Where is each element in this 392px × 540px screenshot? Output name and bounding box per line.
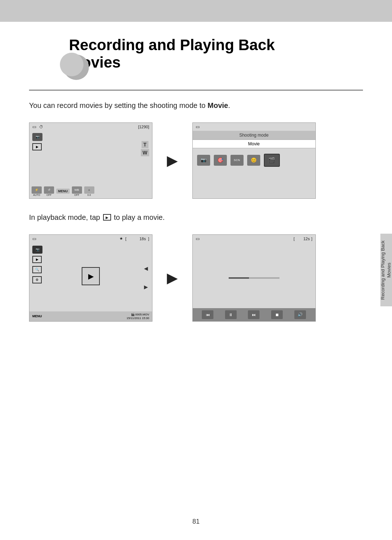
arrow1: ► [163, 150, 181, 171]
stop-button[interactable]: ⏹ [271, 310, 283, 319]
battery-icon2: ▭ [196, 124, 200, 129]
mode-scene-icon[interactable]: SCN [230, 155, 244, 166]
movie-selected-label: Movie [193, 140, 315, 148]
bracket-right: ] [148, 237, 149, 241]
volume-button[interactable]: 🔊 [294, 310, 306, 319]
divider [29, 90, 363, 90]
auto-icon: ⚡ AUTO [32, 186, 42, 196]
playback-mode-icon: ▶ [32, 143, 42, 150]
playback-inline-icon: ▶ [103, 214, 111, 221]
screen3-bottom: MENU 🎬 0005.MOV 15/11/2011 15:30 [29, 311, 152, 321]
playback-paragraph: In playback mode, tap ▶ to play a movie. [29, 213, 363, 222]
top-screens-row: ▭ ⏱ [1290] 📷 ▶ T W ⚡ AUTO [29, 122, 363, 199]
menu-label3: MENU [32, 314, 42, 318]
battery-icon4: ▭ [196, 236, 200, 241]
camera-mode-icon: 📷 [32, 133, 42, 141]
bracket-left: [ [125, 237, 126, 241]
side-tab-text: Recording and Playing Back Movies [380, 234, 392, 306]
screen1-bottom: ⚡ AUTO ↺ OFF MENU WB OFF ± 0.0 [32, 186, 150, 196]
ev-icon: ± 0.0 [84, 186, 94, 196]
screen3-right-arrows: ◄ ► [143, 265, 149, 291]
screen3-topbar: ▭ ★ [ 18s ] [29, 235, 152, 243]
time-display3: 18s [139, 237, 146, 241]
intro-paragraph: You can record movies by setting the sho… [29, 101, 363, 110]
main-content: Recording and Playing Back Movies You ca… [0, 22, 392, 351]
zoom-icon3: 🔍 [32, 266, 42, 273]
circle-front [60, 53, 83, 76]
count-display: [1290] [138, 125, 149, 129]
progress-fill [229, 277, 249, 279]
chapter-icon [58, 51, 91, 80]
shooting-mode-header: Shooting mode [193, 131, 315, 140]
play-icon3: ▶ [32, 256, 42, 263]
mode-icons-row: 📷 🎯 SCN 😊 🎬 [193, 148, 315, 172]
bottom-screens-row: ▭ ★ [ 18s ] 📷 ▶ 🔍 ⚙ ▶ ◄ ► [29, 234, 363, 322]
bracket-right4: ] [311, 237, 312, 241]
play-center-button[interactable]: ▶ [82, 267, 100, 285]
mode-movie-icon[interactable]: 🎬 [264, 154, 280, 167]
time-display4: 12s [303, 237, 310, 241]
rewind-button[interactable]: ⏮ [202, 310, 213, 319]
screen4-topbar: ▭ [ 12s ] [193, 235, 315, 243]
arrow2: ► [163, 267, 181, 289]
screen4: ▭ [ 12s ] ⏮ ⏸ ⏭ ⏹ 🔊 [192, 234, 316, 322]
bracket-left4: [ [294, 237, 295, 241]
page-title: Recording and Playing Back Movies [69, 36, 275, 72]
battery-icon3: ▭ [32, 236, 36, 241]
screen3: ▭ ★ [ 18s ] 📷 ▶ 🔍 ⚙ ▶ ◄ ► [29, 234, 152, 322]
screen2: ▭ Shooting mode Movie 📷 🎯 [192, 122, 316, 199]
menu-label: MENU [56, 189, 70, 194]
w-label: W [141, 149, 149, 156]
settings-icon3: ⚙ [32, 276, 42, 283]
screen1-left-icons: 📷 ▶ [32, 133, 42, 150]
page-number: 81 [192, 518, 200, 525]
progress-bar [229, 277, 279, 279]
arrow-up3[interactable]: ◄ [143, 265, 149, 273]
screen1-topbar: ▭ ⏱ [1290] [29, 123, 152, 131]
screen3-left-icons: 📷 ▶ 🔍 ⚙ [32, 246, 42, 283]
playback-controls: ⏮ ⏸ ⏭ ⏹ 🔊 [193, 308, 315, 321]
pause-button[interactable]: ⏸ [225, 310, 237, 319]
screen2-topbar: ▭ [193, 123, 315, 131]
mode-face-icon[interactable]: 😊 [247, 155, 260, 166]
mode-target-icon[interactable]: 🎯 [214, 155, 227, 166]
fastforward-button[interactable]: ⏭ [248, 310, 260, 319]
title-line1: Recording and Playing Back [69, 36, 275, 53]
wb-icon: WB OFF [72, 186, 82, 196]
shooting-mode-label: Shooting mode [239, 133, 269, 138]
top-bar [0, 0, 392, 22]
cam-icon3: 📷 [32, 246, 42, 254]
date-display3: 15/11/2011 15:30 [127, 317, 149, 320]
file-icon3: 🎬 0005.MOV [131, 313, 149, 316]
off-icon: ↺ OFF [44, 186, 54, 196]
tw-zoom-bar: T W [141, 141, 149, 156]
mode-camera-icon[interactable]: 📷 [197, 155, 210, 166]
side-tab: Recording and Playing Back Movies [380, 234, 392, 306]
star-icon: ★ [119, 236, 123, 241]
timer-icon1: ⏱ [39, 125, 43, 129]
t-label: T [142, 141, 148, 148]
battery-icon1: ▭ [32, 124, 36, 129]
arrow-down3[interactable]: ► [143, 283, 149, 291]
screen1: ▭ ⏱ [1290] 📷 ▶ T W ⚡ AUTO [29, 122, 152, 199]
